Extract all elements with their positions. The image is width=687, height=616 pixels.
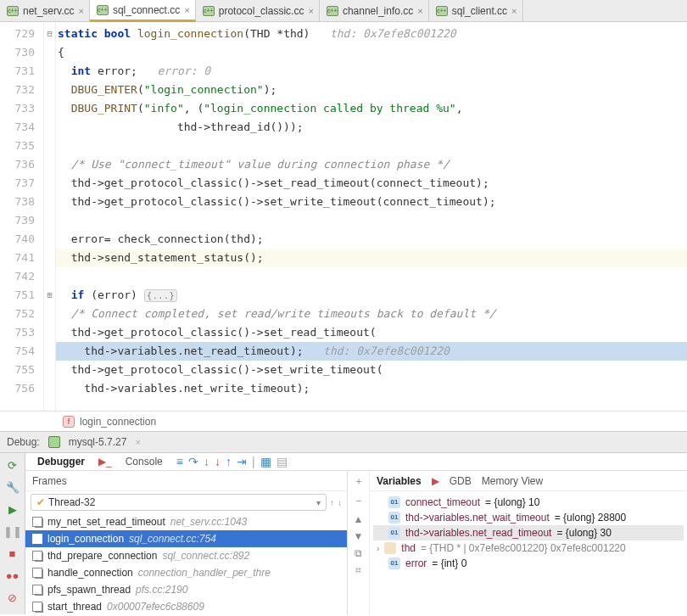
line-gutter: 7297307317327337347357367377387397407417… xyxy=(0,22,44,411)
settings-icon[interactable]: 🔧 xyxy=(4,479,21,496)
var-type-icon: 01 xyxy=(388,557,400,569)
tab-sql-connect[interactable]: c++ sql_connect.cc × xyxy=(90,0,196,22)
variables-tab[interactable]: Variables xyxy=(377,475,422,487)
expand-icon[interactable]: › xyxy=(377,544,379,553)
frame-item[interactable]: thd_prepare_connection sql_connect.cc:89… xyxy=(25,547,347,564)
down-icon[interactable]: ▼ xyxy=(354,530,364,542)
tab-channel-info[interactable]: c++ channel_info.cc × xyxy=(320,0,429,21)
debug-tabs: Debugger ▶_ Console ≡ ↷ ↓ ↓ ↑ ⇥ | ▦ ▤ xyxy=(25,453,687,471)
frame-item[interactable]: handle_connection connection_handler_per… xyxy=(25,564,347,581)
close-icon[interactable]: × xyxy=(78,6,83,16)
step-into-icon[interactable]: ↓ xyxy=(204,455,209,468)
mute-breakpoints-icon[interactable]: ⊘ xyxy=(4,589,21,606)
frame-item[interactable]: start_thread 0x00007efec6c88609 xyxy=(25,598,347,615)
close-icon[interactable]: × xyxy=(308,6,313,16)
debugger-tab[interactable]: Debugger xyxy=(31,453,92,470)
var-type-icon: 01 xyxy=(388,527,400,539)
view-breakpoints-icon[interactable]: ●● xyxy=(4,567,21,584)
variable-row[interactable]: ›thd = {THD * | 0x7efe8c001220} 0x7efe8c… xyxy=(373,540,684,556)
console-tab[interactable]: Console xyxy=(119,453,170,470)
thread-dropdown[interactable]: ✔ Thread-32 ▾ xyxy=(31,494,327,511)
frames-pane: Frames ✔ Thread-32 ▾ ↑ ↓ my_net_set_read… xyxy=(25,471,348,615)
close-icon[interactable]: × xyxy=(135,437,140,447)
debug-body: ⟳ 🔧 ▶ ❚❚ ■ ●● ⊘ Debugger ▶_ Console ≡ ↷ … xyxy=(0,453,687,614)
editor-tabs: c++ net_serv.cc × c++ sql_connect.cc × c… xyxy=(0,0,687,22)
close-icon[interactable]: × xyxy=(184,5,189,15)
cpp-file-icon: c++ xyxy=(436,6,448,16)
stack-frame-icon xyxy=(32,517,42,527)
pause-icon[interactable]: ❚❚ xyxy=(4,523,21,540)
tab-label: net_serv.cc xyxy=(23,5,74,17)
variable-row[interactable]: 01error = {int} 0 xyxy=(373,556,684,571)
variables-toolbar: ＋ － ▲ ▼ ⧉ ⌗ xyxy=(348,471,370,615)
layout-icon[interactable]: ▤ xyxy=(276,455,288,468)
var-type-icon: 01 xyxy=(388,512,400,524)
console-icon: ▶_ xyxy=(98,456,112,468)
frame-item[interactable]: pfs_spawn_thread pfs.cc:2190 xyxy=(25,581,347,598)
variable-row[interactable]: 01connect_timeout = {ulong} 10 xyxy=(373,495,684,510)
tab-label: sql_connect.cc xyxy=(113,4,180,16)
fold-toggle-icon[interactable]: ⊟ xyxy=(44,25,55,43)
tab-label: sql_client.cc xyxy=(452,5,507,17)
rerun-icon[interactable]: ⟳ xyxy=(4,456,21,473)
check-icon: ✔ xyxy=(36,496,45,508)
up-icon[interactable]: ▲ xyxy=(354,513,364,525)
var-type-icon xyxy=(384,542,396,554)
debug-label: Debug: xyxy=(7,436,40,448)
next-frame-icon[interactable]: ↓ xyxy=(338,498,342,507)
stack-frame-icon xyxy=(32,602,42,612)
thread-selector-row: ✔ Thread-32 ▾ ↑ ↓ xyxy=(25,491,347,513)
stack-frame-icon xyxy=(32,534,42,544)
force-step-into-icon[interactable]: ↓ xyxy=(215,455,221,468)
gdb-icon: ▶ xyxy=(432,475,439,487)
add-watch-icon[interactable]: ＋ xyxy=(354,474,364,489)
frame-item[interactable]: login_connection sql_connect.cc:754 xyxy=(25,530,347,547)
gdb-tab[interactable]: GDB xyxy=(450,475,472,487)
tab-net-serv[interactable]: c++ net_serv.cc × xyxy=(0,0,90,21)
cpp-file-icon: c++ xyxy=(7,6,19,16)
stack-frame-icon xyxy=(32,585,42,595)
resume-icon[interactable]: ▶ xyxy=(4,501,21,518)
tab-protocol-classic[interactable]: c++ protocol_classic.cc × xyxy=(196,0,320,21)
step-out-icon[interactable]: ↑ xyxy=(226,455,232,468)
memory-view-tab[interactable]: Memory View xyxy=(482,475,543,487)
code-area[interactable]: static bool login_connection(THD *thd) t… xyxy=(56,22,687,411)
folded-block[interactable]: {...} xyxy=(144,289,177,302)
cpp-file-icon: c++ xyxy=(97,5,109,15)
close-icon[interactable]: × xyxy=(511,6,517,16)
cpp-file-icon: c++ xyxy=(327,6,338,16)
frame-item[interactable]: my_net_set_read_timeout net_serv.cc:1043 xyxy=(25,513,347,530)
stack-frame-icon xyxy=(32,568,42,578)
fold-column: ⊟⊞ xyxy=(44,22,56,411)
stop-icon[interactable]: ■ xyxy=(4,545,21,562)
variables-pane: ＋ － ▲ ▼ ⧉ ⌗ Variables ▶ GDB Memory View xyxy=(348,471,687,615)
breadcrumb: f login_connection xyxy=(0,411,687,431)
prev-frame-icon[interactable]: ↑ xyxy=(330,498,334,507)
variables-main: Variables ▶ GDB Memory View 01connect_ti… xyxy=(370,471,687,615)
debug-tool-column: ⟳ 🔧 ▶ ❚❚ ■ ●● ⊘ xyxy=(0,453,25,614)
evaluate-icon[interactable]: ▦ xyxy=(260,455,271,468)
variable-row[interactable]: 01thd->variables.net_read_timeout = {ulo… xyxy=(373,525,684,540)
function-icon: f xyxy=(63,416,75,428)
tab-label: channel_info.cc xyxy=(343,5,413,17)
debug-config-name[interactable]: mysql-5.7.27 xyxy=(69,436,127,448)
tab-sql-client[interactable]: c++ sql_client.cc × xyxy=(429,0,523,21)
remove-watch-icon[interactable]: － xyxy=(354,494,364,508)
debug-title-bar: Debug: mysql-5.7.27 × xyxy=(0,431,687,453)
debug-main: Debugger ▶_ Console ≡ ↷ ↓ ↓ ↑ ⇥ | ▦ ▤ Fr… xyxy=(25,453,687,614)
variables-list: 01connect_timeout = {ulong} 10 01thd->va… xyxy=(370,491,687,574)
copy-icon[interactable]: ⧉ xyxy=(355,547,362,559)
show-execution-point-icon[interactable]: ≡ xyxy=(176,455,183,468)
variable-row[interactable]: 01thd->variables.net_wait_timeout = {ulo… xyxy=(373,510,684,525)
stack-frame-icon xyxy=(32,551,42,561)
filter-icon[interactable]: ⌗ xyxy=(355,564,361,576)
breadcrumb-label[interactable]: login_connection xyxy=(80,416,156,428)
frames-header: Frames xyxy=(25,471,347,491)
debug-panes: Frames ✔ Thread-32 ▾ ↑ ↓ my_net_set_read… xyxy=(25,471,687,615)
close-icon[interactable]: × xyxy=(417,6,422,16)
step-over-icon[interactable]: ↷ xyxy=(188,455,198,468)
code-editor[interactable]: 7297307317327337347357367377387397407417… xyxy=(0,22,687,411)
fold-toggle-icon[interactable]: ⊞ xyxy=(44,286,55,305)
run-to-cursor-icon[interactable]: ⇥ xyxy=(237,455,247,468)
var-type-icon: 01 xyxy=(388,496,400,508)
